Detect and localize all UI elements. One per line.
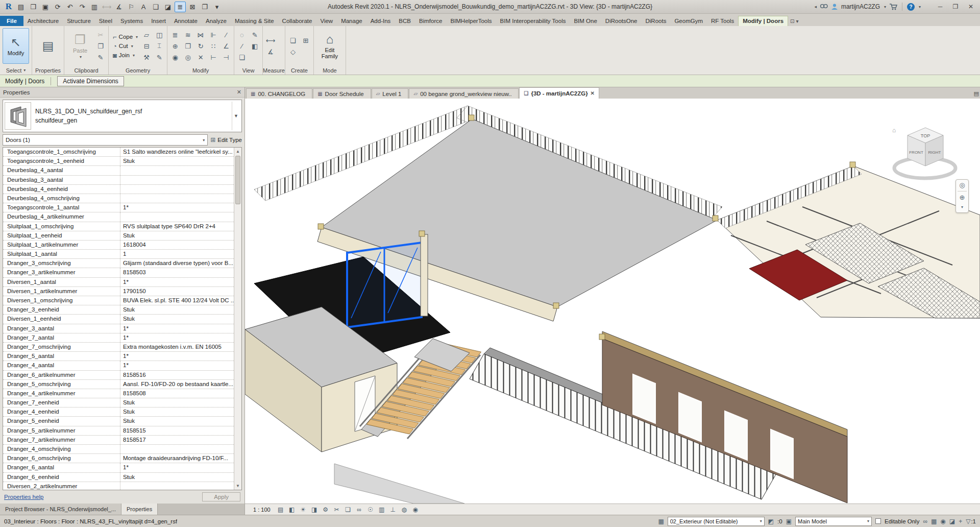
paint-icon[interactable]: ✎ xyxy=(154,53,164,62)
property-value[interactable] xyxy=(120,166,234,175)
selected-sliding-door[interactable] xyxy=(347,243,422,327)
redo-icon[interactable]: ↷ xyxy=(77,2,88,12)
cut-icon[interactable]: ✂ xyxy=(95,30,106,40)
measure-between-refs-icon[interactable]: ⟷ xyxy=(265,36,276,45)
measure-icon[interactable]: ⟷ xyxy=(101,2,112,12)
visual-style-icon[interactable]: ◧ xyxy=(287,505,297,514)
ribbon-tab[interactable]: GeomGym xyxy=(670,16,707,26)
close-hidden-windows-icon[interactable]: ⊠ xyxy=(187,2,198,12)
trim-single-icon[interactable]: ⊢ xyxy=(208,53,218,62)
dormer-opening-icon[interactable]: ⊟ xyxy=(141,41,152,51)
worksets-icon[interactable]: ▦ xyxy=(658,518,664,525)
displace-elements-icon[interactable]: ❏ xyxy=(237,53,247,62)
ribbon-tab[interactable]: DiRootsOne xyxy=(601,16,642,26)
view-cube[interactable]: TOP FRONT RIGHT ⌂ xyxy=(892,127,955,178)
close-view-icon[interactable]: ✕ xyxy=(591,90,595,96)
editing-requests-icon[interactable]: ◩ xyxy=(768,518,774,525)
property-value[interactable]: 1618004 xyxy=(120,241,234,249)
select-pinned-icon[interactable]: ◉ xyxy=(940,518,945,525)
ribbon-tab[interactable]: Bimforce xyxy=(415,16,446,26)
worksharing-display-icon[interactable]: ◍ xyxy=(399,505,409,514)
file-properties-icon[interactable]: ▤ xyxy=(15,2,27,12)
property-value[interactable] xyxy=(120,482,234,490)
active-workset-combo[interactable]: 02_Exterieur (Not Editable)▾ xyxy=(668,517,765,526)
show-constraints-icon[interactable]: ⊥ xyxy=(388,505,398,514)
default-3d-view-icon[interactable]: ❑ xyxy=(150,2,161,12)
property-value[interactable]: 1* xyxy=(120,203,234,212)
cut-geometry-button[interactable]: ◔Cut▾ xyxy=(111,42,139,51)
property-value[interactable]: Stuk xyxy=(120,305,234,314)
cope-button[interactable]: ⌐Cope▾ xyxy=(111,33,139,41)
minimize-ribbon-icon[interactable]: ⊡ xyxy=(790,18,794,24)
override-graphics-icon[interactable]: ✎ xyxy=(250,30,260,40)
property-value[interactable]: BUVA Elek. sl.pl. STE 400 12/24 Volt DC … xyxy=(120,296,234,305)
drag-on-selection-icon[interactable]: + xyxy=(959,518,962,525)
delete-icon[interactable]: ✕ xyxy=(195,53,206,62)
pin-icon[interactable]: ◉ xyxy=(170,53,180,62)
editable-only-checkbox[interactable] xyxy=(875,518,881,524)
ribbon-tab[interactable]: DiRoots xyxy=(641,16,670,26)
detail-level-icon[interactable]: ▤ xyxy=(276,505,286,514)
save-orientation-icon[interactable]: ◉ xyxy=(410,505,421,514)
crop-region-icon[interactable]: ❏ xyxy=(343,505,353,514)
model-canvas[interactable]: TOP FRONT RIGHT ⌂ ◎ ⊕ ▾ xyxy=(245,99,980,504)
project-browser-tab[interactable]: Project Browser - NLRS_Onderwijsmodel_..… xyxy=(0,504,121,515)
property-value[interactable]: 8158517 xyxy=(120,436,234,444)
view-tab-list-icon[interactable]: ▤ xyxy=(974,90,979,99)
property-value[interactable]: 8158503 xyxy=(120,268,234,277)
property-value[interactable]: 1* xyxy=(120,352,234,361)
ribbon-tab[interactable]: Collaborate xyxy=(278,16,316,26)
beam-icon[interactable]: ⌶ xyxy=(154,41,164,51)
ribbon-tab[interactable]: Modify | Doors xyxy=(738,16,788,26)
properties-close-icon[interactable]: ✕ xyxy=(237,89,241,95)
property-value[interactable] xyxy=(120,185,234,194)
property-value[interactable]: Aansl. FD-10/FD-20 op bestaand kaartle..… xyxy=(120,380,234,389)
modify-button[interactable]: ↖ Modify xyxy=(3,28,29,64)
open-icon[interactable]: ❒ xyxy=(28,2,39,12)
property-value[interactable]: Stuk xyxy=(120,231,234,240)
edit-type-button[interactable]: ⊞ Edit Type xyxy=(210,136,242,143)
property-value[interactable] xyxy=(120,212,234,221)
ribbon-tab[interactable]: BIM One xyxy=(570,16,601,26)
collapse-arrow-icon[interactable]: ◂ xyxy=(814,4,817,9)
shadows-icon[interactable]: ◨ xyxy=(309,505,320,514)
property-value[interactable]: Stuk xyxy=(120,408,234,416)
ribbon-tab[interactable]: Architecture xyxy=(23,16,63,26)
customize-qat-icon[interactable]: ▾ xyxy=(211,2,223,12)
aligned-dimension-icon[interactable]: ∡ xyxy=(113,2,125,12)
hide-elements-icon[interactable]: ◌ xyxy=(237,30,247,40)
tab-door-schedule[interactable]: ▦ Door Schedule xyxy=(313,88,371,99)
user-menu-caret-icon[interactable]: ▾ xyxy=(884,5,886,9)
rotate-icon[interactable]: ↻ xyxy=(195,41,206,51)
property-value[interactable] xyxy=(120,194,234,203)
trim-icon[interactable]: ⊩ xyxy=(208,30,218,40)
mirror-icon[interactable]: ⋈ xyxy=(195,30,206,40)
ribbon-tab[interactable]: Systems xyxy=(116,16,147,26)
type-selector[interactable]: NLRS_31_DO_UN_schuifdeur_gen_rsf schuifd… xyxy=(3,100,242,132)
property-value[interactable]: 1 xyxy=(120,250,234,258)
property-value[interactable]: Stuk xyxy=(120,417,234,425)
scale-icon[interactable]: ∠ xyxy=(221,41,231,51)
ribbon-tab[interactable]: BIM Interoperability Tools xyxy=(496,16,570,26)
section-icon[interactable]: ◪ xyxy=(162,2,174,12)
property-value[interactable]: 1* xyxy=(120,463,234,472)
type-dropdown-caret-icon[interactable]: ▼ xyxy=(232,102,240,130)
unpin-icon[interactable]: ◎ xyxy=(183,53,193,62)
select-links-icon[interactable]: ∞ xyxy=(923,518,927,525)
signed-in-user[interactable]: martijnAC2ZG xyxy=(841,3,880,10)
ribbon-tab[interactable]: Annotate xyxy=(170,16,202,26)
steering-wheel-icon[interactable]: ◎ xyxy=(959,181,965,189)
create-group-icon[interactable]: ❏ xyxy=(288,36,298,45)
copy-element-icon[interactable]: ❐ xyxy=(183,41,193,51)
property-value[interactable]: Stuk xyxy=(120,473,234,482)
search-icon[interactable] xyxy=(820,3,828,10)
sun-path-icon[interactable]: ☀ xyxy=(298,505,308,514)
linework-icon[interactable]: ∕ xyxy=(237,41,247,51)
zoom-icon[interactable]: ⊕ xyxy=(960,194,965,201)
revit-logo[interactable]: R xyxy=(3,2,14,12)
minimize-button[interactable]: ─ xyxy=(934,3,946,10)
properties-tab[interactable]: Properties xyxy=(121,504,158,515)
property-value[interactable]: Glijarm (standaard diverse typen) voor B… xyxy=(120,259,234,268)
help-icon[interactable]: ? xyxy=(907,3,915,11)
properties-help-link[interactable]: Properties help xyxy=(4,494,43,500)
